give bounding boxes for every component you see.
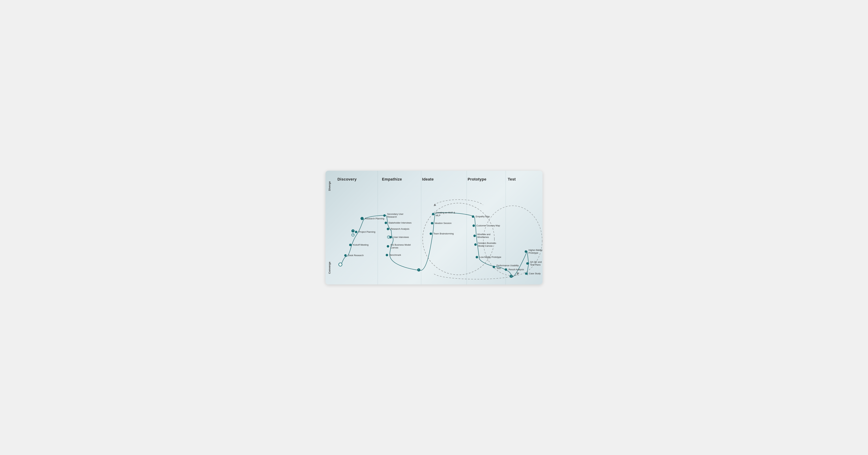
- ideation-session-dot: [431, 222, 433, 224]
- kickoff-dot: [349, 244, 351, 246]
- hg-business-dot: [387, 245, 389, 248]
- result-analysis-label: Result Analysis: [508, 268, 524, 271]
- node-team-brainstorming: Team Brainstorming: [430, 232, 454, 235]
- desk-research-label: Desk Research: [348, 254, 364, 257]
- node-empathy-map: Empathy Map: [472, 215, 490, 218]
- node-stakeholder-interviews: Stakeholder Interviews: [385, 222, 412, 224]
- project-planning-refresh-dot: [351, 233, 354, 236]
- higher-fidelity-label: Higher-fidelity Prototype: [528, 249, 542, 255]
- node-prototype-end: [509, 274, 513, 278]
- node-ideation-session: Ideation Session: [431, 222, 452, 225]
- research-planning-label: Research Planning: [365, 217, 384, 220]
- node-low-fidelity: Low-fidelity Prototype: [476, 256, 501, 259]
- node-project-planning-refresh: [351, 233, 354, 236]
- empathize-end-dot: [417, 268, 420, 271]
- node-project-planning-star: [351, 229, 354, 232]
- node-creating-mvp: Creating an MVP & MLP: [432, 211, 460, 217]
- creating-mvp-dot: [432, 213, 434, 215]
- svg-marker-2: [517, 272, 519, 275]
- case-study-label: Case Study: [529, 272, 540, 275]
- solution-bmc-dot: [474, 243, 477, 246]
- node-qa-qc: QA QC and Test Plans: [526, 261, 542, 267]
- qa-qc-label: QA QC and Test Plans: [530, 261, 542, 267]
- project-planning-dot: [355, 231, 358, 233]
- start-dot: [338, 263, 342, 266]
- node-user-interviews: User Interviews: [390, 236, 409, 239]
- converge-label: Converge: [328, 262, 331, 274]
- phase-ideate: Ideate: [422, 177, 434, 182]
- ideation-session-label: Ideation Session: [435, 222, 452, 225]
- node-empathize-end: [417, 268, 420, 271]
- empathy-map-dot: [472, 215, 474, 218]
- empathy-map-label: Empathy Map: [476, 215, 490, 218]
- secondary-user-research-dot: [383, 214, 386, 217]
- node-project-planning: Project Planning: [355, 231, 375, 233]
- stakeholder-interviews-label: Stakeholder Interviews: [389, 222, 412, 224]
- research-analysis-label: Research Analysis: [391, 228, 409, 231]
- user-interviews-dot: [390, 236, 392, 238]
- node-customer-journey: Customer Journey Map: [472, 224, 500, 227]
- node-start: [338, 263, 342, 266]
- prototype-end-dot: [509, 274, 513, 278]
- node-wireflow: Wireflow and Wireframes: [473, 233, 502, 239]
- node-secondary-user-research: Secondary User Research: [383, 213, 412, 219]
- research-planning-dot: [361, 218, 364, 220]
- team-brainstorming-dot: [430, 232, 432, 235]
- project-planning-star-dot: [351, 229, 354, 232]
- node-higher-fidelity: Higher-fidelity Prototype: [525, 249, 542, 255]
- solution-bmc-label: Solution Business Model Canvas: [478, 242, 503, 248]
- phase-empathize: Empathize: [382, 177, 402, 182]
- performance-dot: [493, 266, 495, 268]
- diagram-container: Diverge Converge Discovery Empathize Ide…: [326, 171, 542, 285]
- node-case-study: Case Study: [525, 272, 540, 275]
- result-analysis-dot: [505, 268, 507, 271]
- benchmark-label: Benchmark: [390, 254, 401, 257]
- desk-research-dot: [344, 254, 347, 257]
- diverge-label: Diverge: [328, 181, 331, 191]
- higher-fidelity-dot: [525, 250, 527, 253]
- customer-journey-dot: [472, 224, 475, 227]
- phase-prototype: Prototype: [468, 177, 486, 182]
- creating-mvp-label: Creating an MVP & MLP: [436, 211, 460, 217]
- node-hg-business: HG Business Model Canvas: [387, 243, 415, 250]
- secondary-user-research-label: Secondary User Research: [387, 213, 412, 219]
- node-research-analysis: Research Analysis: [387, 228, 409, 231]
- phase-test: Test: [508, 177, 516, 182]
- team-brainstorming-label: Team Brainstorming: [433, 232, 454, 235]
- kickoff-label: Kickoff Meeting: [353, 243, 369, 247]
- qa-qc-dot: [526, 262, 529, 265]
- phase-discovery: Discovery: [337, 177, 356, 182]
- low-fidelity-label: Low-fidelity Prototype: [479, 256, 501, 259]
- node-research-planning: Research Planning: [361, 217, 384, 220]
- research-analysis-dot: [387, 228, 389, 230]
- user-interviews-label: User Interviews: [393, 236, 409, 239]
- case-study-dot: [525, 272, 527, 275]
- wireflow-label: Wireflow and Wireframes: [477, 233, 502, 239]
- node-desk-research: Desk Research: [344, 254, 364, 257]
- svg-marker-1: [434, 204, 436, 206]
- benchmark-dot: [386, 254, 388, 256]
- node-result-analysis: Result Analysis: [505, 268, 524, 271]
- node-kickoff: Kickoff Meeting: [349, 243, 369, 247]
- customer-journey-label: Customer Journey Map: [476, 224, 500, 227]
- hg-business-label: HG Business Model Canvas: [391, 243, 415, 250]
- node-benchmark: Benchmark: [386, 254, 401, 257]
- low-fidelity-dot: [476, 256, 478, 258]
- stakeholder-interviews-dot: [385, 222, 387, 224]
- wireflow-dot: [473, 235, 476, 237]
- node-solution-bmc: Solution Business Model Canvas: [474, 242, 503, 248]
- project-planning-label: Project Planning: [359, 231, 375, 233]
